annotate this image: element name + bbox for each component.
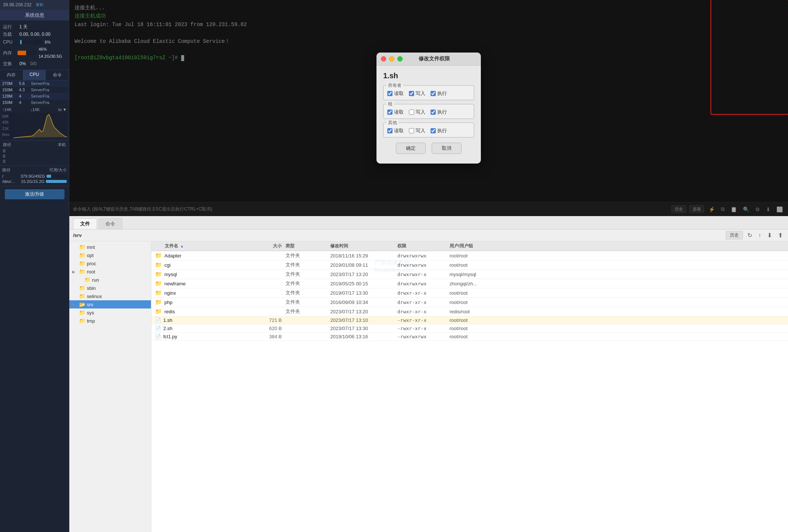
tree-item-mnt[interactable]: 📁 mnt [69, 243, 151, 251]
modal-maximize-btn[interactable] [397, 56, 403, 61]
file-user: mysql/mysql [450, 272, 509, 277]
col-name[interactable]: 文件名 ▲ [151, 243, 248, 249]
perm-owner-exec[interactable]: 执行 [431, 90, 447, 97]
perm-group-exec-checkbox[interactable] [431, 110, 436, 115]
modal-minimize-btn[interactable] [389, 56, 394, 61]
file-name: 📁newframe [151, 280, 248, 287]
modal-cancel-button[interactable]: 取消 [432, 143, 461, 154]
tree-label-tmp: tmp [87, 318, 95, 324]
expand-icon: ▶ [72, 303, 78, 307]
copy-ip-button[interactable]: 复制 [36, 2, 66, 7]
folder-open-icon: 📂 [79, 301, 85, 307]
cpu-bar [20, 40, 42, 44]
tree-item-srv[interactable]: ▶ 📂 srv [69, 300, 151, 308]
tab-files[interactable]: 文件 [73, 218, 97, 229]
perm-group-read-checkbox[interactable] [387, 110, 393, 115]
tree-item-root[interactable]: ▶ 📁 root [69, 267, 151, 276]
modal-filename: 1.sh [383, 72, 474, 80]
file-row[interactable]: 📁php 文件夹 2016/09/09 10:34 drwxr-xr-x roo… [151, 298, 788, 307]
perm-other-exec-checkbox[interactable] [431, 128, 436, 133]
refresh-icon[interactable]: ↻ [746, 232, 754, 239]
file-row[interactable]: 📁cgi 文件夹 2019/01/08 09:11 drwxrwxrwx roo… [151, 260, 788, 270]
tree-item-proc[interactable]: 📁 proc [69, 259, 151, 267]
mem-value: 46% 14.2G/30.5G [38, 46, 66, 60]
modal-close-btn[interactable] [381, 56, 386, 61]
file-row[interactable]: 📄1.sh 721 B 2023/07/17 13:10 -rwxr-xr-x … [151, 316, 788, 324]
file-tree: 📁 mnt 📁 opt 📁 proc ▶ 📁 root 📁 [69, 241, 151, 532]
folder-icon: 📁 [155, 262, 162, 268]
upload-file-icon[interactable]: ⬆ [776, 232, 784, 239]
tab-memory[interactable]: 内存 [0, 70, 23, 80]
tree-item-sys[interactable]: 📁 sys [69, 308, 151, 317]
download-file-icon[interactable]: ⬇ [766, 232, 773, 239]
perm-other-exec[interactable]: 执行 [431, 127, 447, 134]
file-row[interactable]: 📁nginx 文件夹 2019/07/17 13:30 drwxr-xr-x r… [151, 288, 788, 298]
perm-other-write[interactable]: 写入 [409, 127, 425, 134]
path-history-button[interactable]: 历史 [726, 231, 743, 240]
col-type[interactable]: 类型 [286, 243, 330, 249]
file-name: 📁mysql [151, 271, 248, 278]
disk-path-1: /dev/... [2, 179, 19, 184]
perm-other-write-checkbox[interactable] [409, 128, 414, 133]
file-row[interactable]: 📁newframe 文件夹 2019/05/25 00:15 drwxrwxrw… [151, 279, 788, 288]
col-size[interactable]: 大小 [248, 243, 286, 249]
perm-owner-read-checkbox[interactable] [387, 91, 393, 96]
sidebar-stats: 运行 1 天 负载 0.00, 0.00, 0.00 CPU 6% 内存 46%… [0, 21, 69, 70]
tree-label-opt: opt [87, 253, 94, 258]
file-row[interactable]: 📁Adapter 文件夹 2018/11/16 15:29 drwxrwxrwx… [151, 251, 788, 260]
file-perm: drwxrwxr-x [397, 272, 450, 277]
file-user: root/root [450, 334, 509, 339]
col-user[interactable]: 用户/用户组 [450, 243, 509, 249]
tree-item-sbin[interactable]: 📁 sbin [69, 284, 151, 292]
file-time: 2023/07/17 13:30 [330, 326, 397, 331]
perm-other-read[interactable]: 读取 [387, 127, 404, 134]
tree-item-opt[interactable]: 📁 opt [69, 251, 151, 259]
file-row[interactable]: 📁mysql 文件夹 2023/07/17 13:20 drwxrwxr-x m… [151, 270, 788, 279]
col-time[interactable]: 修改时间 [330, 243, 397, 249]
folder-icon: 📁 [155, 280, 162, 287]
folder-icon: 📁 [79, 260, 85, 266]
perm-owner-exec-checkbox[interactable] [431, 91, 436, 96]
process-list: 270M5.6ServerFra.150M4.3ServerFra.128M4S… [0, 80, 69, 106]
disk-bar-fill-0 [47, 175, 51, 178]
file-name: 📁nginx [151, 289, 248, 296]
file-type: 文件夹 [286, 308, 330, 315]
perm-group-read[interactable]: 读取 [387, 109, 404, 115]
file-size: 384 B [248, 334, 286, 339]
mem-label: 内存 [3, 49, 15, 57]
modal-actions: 确定 取消 [383, 141, 474, 158]
process-tabs: 内存 CPU 命令 [0, 70, 69, 80]
perm-owner-write[interactable]: 写入 [409, 90, 425, 97]
tab-command[interactable]: 命令 [46, 70, 69, 80]
disk-size-0: 379.9G/492G [21, 174, 45, 178]
net-down: ↓14K [30, 107, 40, 112]
tree-item-run[interactable]: 📁 run [69, 276, 151, 284]
file-time: 2019/01/08 09:11 [330, 262, 397, 268]
folder-icon: 📁 [155, 271, 162, 278]
perm-group-exec[interactable]: 执行 [431, 109, 447, 115]
perm-owner-write-checkbox[interactable] [409, 91, 414, 96]
perm-group-other: 其他 读取 写入 执行 [383, 123, 474, 137]
tab-cpu[interactable]: CPU [23, 70, 46, 80]
file-row[interactable]: 📄fcl1.py 384 B 2019/10/06 13:16 -rwxrwxr… [151, 333, 788, 341]
perm-group-write-checkbox[interactable] [409, 110, 414, 115]
activate-button[interactable]: 激活/升级 [5, 189, 64, 199]
modal-confirm-button[interactable]: 确定 [396, 143, 426, 154]
perm-owner-read[interactable]: 读取 [387, 90, 404, 97]
tree-item-tmp[interactable]: 📁 tmp [69, 317, 151, 325]
file-row[interactable]: 📄2.sh 620 B 2023/07/17 13:30 -rwxr-xr-x … [151, 324, 788, 333]
file-type: 文件夹 [286, 262, 330, 268]
col-perm[interactable]: 权限 [397, 243, 450, 249]
net-interface[interactable]: lo ▼ [58, 107, 67, 112]
file-perm: drwxr-xr-x [397, 300, 450, 305]
perm-other-read-checkbox[interactable] [387, 128, 393, 133]
up-icon[interactable]: ↑ [757, 232, 763, 239]
perm-group-write[interactable]: 写入 [409, 109, 425, 115]
cpu-value: 6% [45, 39, 51, 46]
tree-item-selinux[interactable]: 📁 selinux [69, 292, 151, 300]
tab-command-fm[interactable]: 命令 [98, 218, 122, 229]
file-manager-tabs: 文件 命令 [69, 216, 788, 229]
file-row[interactable]: 📁redis 文件夹 2023/07/17 13:20 drwxr-xr-x r… [151, 307, 788, 316]
perm-group-group: 组 读取 写入 执行 [383, 104, 474, 119]
cpu-bar-fill [20, 40, 22, 44]
